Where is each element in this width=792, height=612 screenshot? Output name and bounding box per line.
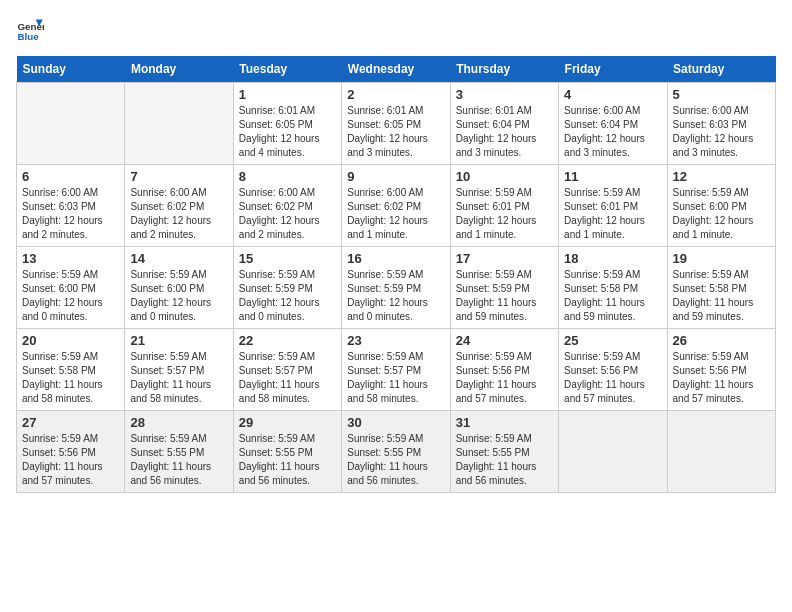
- calendar-header: SundayMondayTuesdayWednesdayThursdayFrid…: [17, 56, 776, 83]
- calendar-cell: [667, 411, 775, 493]
- calendar-cell: 2Sunrise: 6:01 AM Sunset: 6:05 PM Daylig…: [342, 83, 450, 165]
- calendar-cell: 27Sunrise: 5:59 AM Sunset: 5:56 PM Dayli…: [17, 411, 125, 493]
- calendar-cell: 15Sunrise: 5:59 AM Sunset: 5:59 PM Dayli…: [233, 247, 341, 329]
- weekday-header-thursday: Thursday: [450, 56, 558, 83]
- calendar-cell: 13Sunrise: 5:59 AM Sunset: 6:00 PM Dayli…: [17, 247, 125, 329]
- day-info: Sunrise: 5:59 AM Sunset: 5:55 PM Dayligh…: [130, 432, 227, 488]
- day-number: 29: [239, 415, 336, 430]
- day-number: 24: [456, 333, 553, 348]
- day-number: 15: [239, 251, 336, 266]
- day-number: 30: [347, 415, 444, 430]
- calendar-week-5: 27Sunrise: 5:59 AM Sunset: 5:56 PM Dayli…: [17, 411, 776, 493]
- day-info: Sunrise: 5:59 AM Sunset: 5:58 PM Dayligh…: [22, 350, 119, 406]
- day-number: 6: [22, 169, 119, 184]
- weekday-header-saturday: Saturday: [667, 56, 775, 83]
- weekday-header-tuesday: Tuesday: [233, 56, 341, 83]
- day-info: Sunrise: 5:59 AM Sunset: 5:55 PM Dayligh…: [347, 432, 444, 488]
- calendar-cell: 26Sunrise: 5:59 AM Sunset: 5:56 PM Dayli…: [667, 329, 775, 411]
- day-number: 11: [564, 169, 661, 184]
- calendar-cell: 17Sunrise: 5:59 AM Sunset: 5:59 PM Dayli…: [450, 247, 558, 329]
- calendar-cell: 9Sunrise: 6:00 AM Sunset: 6:02 PM Daylig…: [342, 165, 450, 247]
- day-info: Sunrise: 6:01 AM Sunset: 6:05 PM Dayligh…: [239, 104, 336, 160]
- day-info: Sunrise: 5:59 AM Sunset: 5:58 PM Dayligh…: [673, 268, 770, 324]
- calendar-week-3: 13Sunrise: 5:59 AM Sunset: 6:00 PM Dayli…: [17, 247, 776, 329]
- day-info: Sunrise: 6:00 AM Sunset: 6:02 PM Dayligh…: [130, 186, 227, 242]
- day-number: 8: [239, 169, 336, 184]
- weekday-header-sunday: Sunday: [17, 56, 125, 83]
- day-number: 31: [456, 415, 553, 430]
- weekday-header-monday: Monday: [125, 56, 233, 83]
- day-info: Sunrise: 5:59 AM Sunset: 5:55 PM Dayligh…: [456, 432, 553, 488]
- weekday-header-friday: Friday: [559, 56, 667, 83]
- day-number: 4: [564, 87, 661, 102]
- day-info: Sunrise: 6:00 AM Sunset: 6:02 PM Dayligh…: [239, 186, 336, 242]
- weekday-row: SundayMondayTuesdayWednesdayThursdayFrid…: [17, 56, 776, 83]
- calendar-cell: 14Sunrise: 5:59 AM Sunset: 6:00 PM Dayli…: [125, 247, 233, 329]
- day-number: 26: [673, 333, 770, 348]
- day-info: Sunrise: 6:00 AM Sunset: 6:03 PM Dayligh…: [22, 186, 119, 242]
- day-number: 17: [456, 251, 553, 266]
- calendar-cell: [125, 83, 233, 165]
- calendar-cell: 7Sunrise: 6:00 AM Sunset: 6:02 PM Daylig…: [125, 165, 233, 247]
- day-number: 7: [130, 169, 227, 184]
- day-info: Sunrise: 5:59 AM Sunset: 5:59 PM Dayligh…: [239, 268, 336, 324]
- day-number: 23: [347, 333, 444, 348]
- calendar-cell: 29Sunrise: 5:59 AM Sunset: 5:55 PM Dayli…: [233, 411, 341, 493]
- day-number: 27: [22, 415, 119, 430]
- day-info: Sunrise: 6:01 AM Sunset: 6:05 PM Dayligh…: [347, 104, 444, 160]
- day-info: Sunrise: 5:59 AM Sunset: 6:00 PM Dayligh…: [673, 186, 770, 242]
- calendar-cell: 28Sunrise: 5:59 AM Sunset: 5:55 PM Dayli…: [125, 411, 233, 493]
- calendar-table: SundayMondayTuesdayWednesdayThursdayFrid…: [16, 56, 776, 493]
- calendar-cell: 30Sunrise: 5:59 AM Sunset: 5:55 PM Dayli…: [342, 411, 450, 493]
- day-number: 19: [673, 251, 770, 266]
- day-info: Sunrise: 5:59 AM Sunset: 6:01 PM Dayligh…: [564, 186, 661, 242]
- calendar-cell: 21Sunrise: 5:59 AM Sunset: 5:57 PM Dayli…: [125, 329, 233, 411]
- day-number: 20: [22, 333, 119, 348]
- day-number: 25: [564, 333, 661, 348]
- calendar-week-2: 6Sunrise: 6:00 AM Sunset: 6:03 PM Daylig…: [17, 165, 776, 247]
- day-info: Sunrise: 5:59 AM Sunset: 5:57 PM Dayligh…: [239, 350, 336, 406]
- calendar-cell: 31Sunrise: 5:59 AM Sunset: 5:55 PM Dayli…: [450, 411, 558, 493]
- day-info: Sunrise: 5:59 AM Sunset: 5:56 PM Dayligh…: [673, 350, 770, 406]
- day-info: Sunrise: 5:59 AM Sunset: 5:58 PM Dayligh…: [564, 268, 661, 324]
- day-number: 18: [564, 251, 661, 266]
- day-number: 10: [456, 169, 553, 184]
- weekday-header-wednesday: Wednesday: [342, 56, 450, 83]
- day-info: Sunrise: 6:00 AM Sunset: 6:03 PM Dayligh…: [673, 104, 770, 160]
- calendar-cell: 1Sunrise: 6:01 AM Sunset: 6:05 PM Daylig…: [233, 83, 341, 165]
- day-number: 3: [456, 87, 553, 102]
- calendar-cell: 20Sunrise: 5:59 AM Sunset: 5:58 PM Dayli…: [17, 329, 125, 411]
- svg-text:Blue: Blue: [17, 31, 39, 42]
- day-info: Sunrise: 5:59 AM Sunset: 6:00 PM Dayligh…: [130, 268, 227, 324]
- day-info: Sunrise: 5:59 AM Sunset: 5:57 PM Dayligh…: [347, 350, 444, 406]
- calendar-week-4: 20Sunrise: 5:59 AM Sunset: 5:58 PM Dayli…: [17, 329, 776, 411]
- day-info: Sunrise: 5:59 AM Sunset: 5:56 PM Dayligh…: [456, 350, 553, 406]
- calendar-cell: 3Sunrise: 6:01 AM Sunset: 6:04 PM Daylig…: [450, 83, 558, 165]
- calendar-cell: 12Sunrise: 5:59 AM Sunset: 6:00 PM Dayli…: [667, 165, 775, 247]
- day-info: Sunrise: 5:59 AM Sunset: 6:00 PM Dayligh…: [22, 268, 119, 324]
- page-header: General Blue: [16, 16, 776, 44]
- day-number: 9: [347, 169, 444, 184]
- day-info: Sunrise: 5:59 AM Sunset: 5:57 PM Dayligh…: [130, 350, 227, 406]
- day-info: Sunrise: 6:00 AM Sunset: 6:04 PM Dayligh…: [564, 104, 661, 160]
- calendar-cell: 16Sunrise: 5:59 AM Sunset: 5:59 PM Dayli…: [342, 247, 450, 329]
- logo: General Blue: [16, 16, 44, 44]
- day-number: 28: [130, 415, 227, 430]
- calendar-cell: 4Sunrise: 6:00 AM Sunset: 6:04 PM Daylig…: [559, 83, 667, 165]
- day-number: 14: [130, 251, 227, 266]
- day-info: Sunrise: 6:00 AM Sunset: 6:02 PM Dayligh…: [347, 186, 444, 242]
- calendar-cell: 8Sunrise: 6:00 AM Sunset: 6:02 PM Daylig…: [233, 165, 341, 247]
- day-info: Sunrise: 5:59 AM Sunset: 5:56 PM Dayligh…: [564, 350, 661, 406]
- calendar-cell: 11Sunrise: 5:59 AM Sunset: 6:01 PM Dayli…: [559, 165, 667, 247]
- calendar-cell: [17, 83, 125, 165]
- calendar-cell: 23Sunrise: 5:59 AM Sunset: 5:57 PM Dayli…: [342, 329, 450, 411]
- calendar-week-1: 1Sunrise: 6:01 AM Sunset: 6:05 PM Daylig…: [17, 83, 776, 165]
- day-number: 22: [239, 333, 336, 348]
- day-info: Sunrise: 5:59 AM Sunset: 5:55 PM Dayligh…: [239, 432, 336, 488]
- calendar-body: 1Sunrise: 6:01 AM Sunset: 6:05 PM Daylig…: [17, 83, 776, 493]
- calendar-cell: 6Sunrise: 6:00 AM Sunset: 6:03 PM Daylig…: [17, 165, 125, 247]
- calendar-cell: 24Sunrise: 5:59 AM Sunset: 5:56 PM Dayli…: [450, 329, 558, 411]
- calendar-cell: 25Sunrise: 5:59 AM Sunset: 5:56 PM Dayli…: [559, 329, 667, 411]
- calendar-cell: 18Sunrise: 5:59 AM Sunset: 5:58 PM Dayli…: [559, 247, 667, 329]
- day-number: 5: [673, 87, 770, 102]
